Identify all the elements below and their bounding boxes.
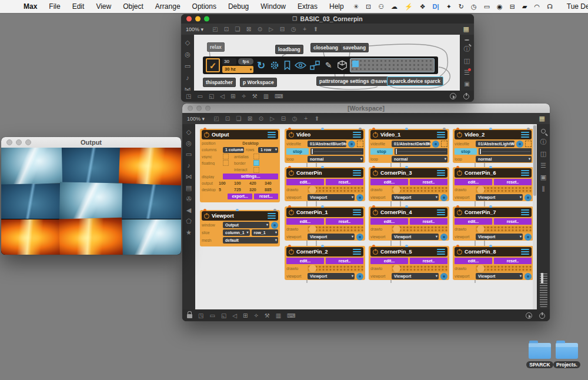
tools-icon[interactable]: ⚒ — [265, 312, 270, 319]
cube-icon[interactable]: ◇ — [185, 39, 190, 46]
tools-icon[interactable]: ⚒ — [252, 93, 258, 99]
camera-status-icon[interactable]: ⊡ — [362, 3, 375, 11]
vsync-checkbox[interactable] — [223, 154, 229, 159]
viewport-dropdown[interactable]: Viewport — [308, 234, 355, 240]
reset-button[interactable]: reset... — [254, 194, 278, 199]
users-icon[interactable]: ⚇ — [375, 3, 387, 11]
module-header[interactable]: Video — [286, 130, 363, 139]
edit-button[interactable]: edit... — [370, 179, 408, 185]
desktop-w[interactable]: 320 — [249, 188, 263, 192]
note-icon[interactable]: ♪ — [186, 75, 189, 81]
grid-overlay-icon[interactable]: ▦ — [539, 115, 545, 122]
edit-button[interactable]: edit... — [286, 258, 324, 264]
snapshot-icon[interactable]: ▣ — [540, 174, 546, 181]
slice-column-dropdown[interactable]: column_1 — [223, 229, 250, 236]
menu-item[interactable]: Extras — [292, 2, 323, 11]
minimize-button[interactable] — [196, 106, 202, 111]
output-y[interactable]: 100 — [234, 181, 248, 185]
viewport-dropdown[interactable]: Viewport — [476, 194, 523, 201]
toggle-box-icon[interactable]: ⊠ — [244, 26, 253, 32]
border-checkbox[interactable] — [253, 160, 259, 166]
power-icon[interactable] — [457, 171, 462, 176]
module-header[interactable]: CornerPin_4 — [370, 208, 447, 217]
module-header[interactable]: CornerPin — [286, 168, 363, 178]
edit-button[interactable]: edit... — [286, 218, 324, 225]
drawto-presets[interactable] — [308, 186, 363, 193]
module-header[interactable]: CornerPin_2 — [286, 247, 363, 256]
presentation-icon[interactable]: ▭ — [209, 312, 215, 319]
module-menu-icon[interactable] — [521, 132, 529, 138]
desktop-folder-projects[interactable]: Projects. — [552, 343, 582, 368]
console-icon[interactable]: ☰ — [464, 69, 470, 76]
drawto-presets[interactable] — [476, 186, 532, 193]
module-menu-icon[interactable] — [437, 132, 445, 138]
patch-io-icon[interactable]: ⋈ — [186, 174, 192, 180]
loop-dropdown[interactable]: normal — [392, 156, 447, 162]
edit-button[interactable]: edit... — [455, 258, 492, 264]
power-icon[interactable] — [457, 210, 462, 215]
star-icon[interactable]: ★ — [186, 229, 192, 236]
drawto-presets[interactable] — [392, 265, 447, 272]
image-icon[interactable]: ▤ — [186, 185, 192, 191]
restart-icon[interactable]: ↻ — [257, 59, 265, 72]
send-icon[interactable]: ⬆ — [312, 115, 322, 122]
module-header[interactable]: CornerPin_6 — [455, 168, 532, 178]
grid-overlay-icon[interactable]: ▦ — [463, 25, 469, 33]
comment-icon[interactable]: ❏ — [234, 115, 243, 122]
power-icon[interactable] — [373, 210, 378, 215]
menu-item[interactable]: Debug — [222, 2, 255, 11]
viewport-dropdown[interactable]: Viewport — [392, 194, 439, 201]
grid-snap-icon[interactable]: ⊞ — [243, 312, 248, 319]
viewport-dropdown[interactable]: Viewport — [392, 273, 439, 279]
menu-item[interactable]: Max — [18, 2, 43, 11]
reset-button[interactable]: reset.. — [494, 218, 532, 225]
drawto-presets[interactable] — [392, 226, 447, 232]
export-button[interactable]: export... — [228, 194, 252, 199]
position-value[interactable]: Desktop — [223, 141, 278, 145]
audio-power-icon[interactable] — [539, 313, 545, 319]
desktop-h[interactable]: 885 — [265, 188, 278, 192]
stop-button[interactable]: stop — [370, 148, 393, 155]
power-icon[interactable] — [457, 249, 462, 255]
reset-button[interactable]: reset.. — [326, 218, 363, 225]
edit-button[interactable]: edit... — [370, 258, 408, 264]
antialias-checkbox[interactable] — [253, 154, 259, 159]
minimize-button[interactable] — [16, 139, 22, 145]
module-header[interactable]: CornerPin_3 — [370, 168, 447, 178]
power-icon[interactable] — [289, 210, 294, 215]
info-icon[interactable]: ⓘ — [540, 139, 547, 145]
module-menu-icon[interactable] — [437, 209, 445, 215]
zoom-level[interactable]: 100% ▾ — [186, 26, 203, 32]
output-w[interactable]: 420 — [249, 181, 263, 185]
reset-button[interactable]: reset.. — [410, 258, 447, 264]
dial-box-icon[interactable]: ◷ — [289, 26, 298, 32]
burst-icon[interactable]: ✳ — [350, 3, 362, 11]
cube-icon[interactable] — [337, 60, 348, 71]
dial-icon[interactable]: ◎ — [186, 140, 192, 146]
sync-icon[interactable]: ↻ — [455, 3, 467, 11]
power-icon[interactable] — [373, 249, 378, 255]
title-bar[interactable]: ❐ BASIC_03_Cornerpin — [181, 14, 474, 24]
layers-icon[interactable]: ◱ — [209, 93, 214, 99]
menu-item[interactable]: Options — [186, 2, 222, 11]
module-menu-icon[interactable] — [353, 170, 361, 176]
loop-dropdown[interactable]: normal — [308, 156, 363, 162]
module-menu-icon[interactable] — [437, 249, 445, 255]
poly-icon[interactable]: ⬠ — [186, 218, 192, 225]
user-switch-icon[interactable]: ☊ — [543, 3, 556, 11]
toggle-box[interactable]: ✓ — [206, 58, 220, 72]
drop-target[interactable] — [441, 141, 447, 147]
run-icon[interactable] — [526, 312, 532, 319]
presentation-icon[interactable]: ▭ — [197, 93, 202, 99]
layers-icon[interactable]: ◱ — [221, 312, 226, 319]
module-header[interactable]: CornerPin_7 — [455, 208, 532, 217]
close-button[interactable] — [186, 16, 192, 22]
pworkspace-object[interactable]: p Workspace — [240, 78, 277, 87]
piano-icon[interactable]: ▥ — [276, 312, 281, 319]
stepseq-icon[interactable]: ⌨ — [275, 93, 283, 99]
refresh-dial-icon[interactable] — [356, 194, 363, 201]
dropbox-icon[interactable]: ❖ — [416, 3, 429, 11]
menu-item[interactable]: File — [43, 2, 66, 11]
dial-icon[interactable]: ◎ — [185, 51, 191, 58]
lock-icon[interactable] — [187, 314, 192, 318]
